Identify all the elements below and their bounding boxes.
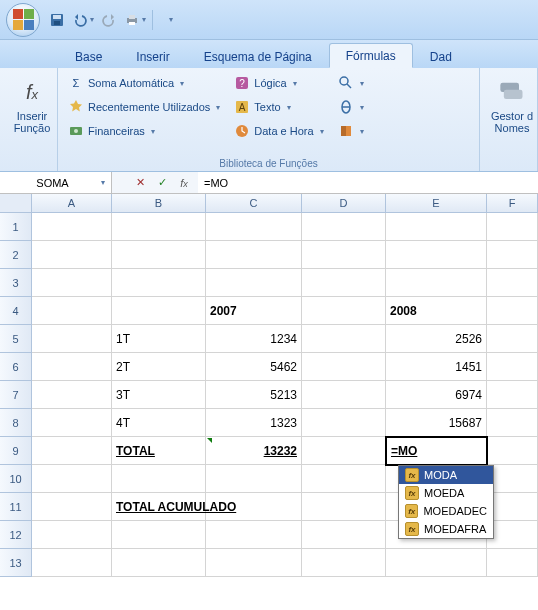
row-header[interactable]: 13: [0, 549, 32, 577]
recent-button[interactable]: Recentemente Utilizados ▾: [64, 96, 224, 118]
accept-formula-button[interactable]: ✓: [151, 173, 173, 193]
save-button[interactable]: [46, 9, 68, 31]
cell[interactable]: [206, 521, 302, 549]
cell[interactable]: [487, 493, 538, 521]
row-header[interactable]: 8: [0, 409, 32, 437]
cell[interactable]: [487, 521, 538, 549]
fx-button[interactable]: fx: [173, 173, 195, 193]
cell[interactable]: [487, 213, 538, 241]
cell[interactable]: [487, 465, 538, 493]
tab-formulas[interactable]: Fórmulas: [329, 43, 413, 68]
math-button[interactable]: ▾: [334, 96, 368, 118]
select-all-button[interactable]: [0, 194, 32, 213]
cell[interactable]: [206, 213, 302, 241]
cell[interactable]: [32, 241, 112, 269]
row-header[interactable]: 10: [0, 465, 32, 493]
quick-print-button[interactable]: ▾: [124, 9, 146, 31]
cell[interactable]: [32, 213, 112, 241]
cell[interactable]: 1451: [386, 353, 487, 381]
cell[interactable]: [386, 269, 487, 297]
cell[interactable]: [32, 437, 112, 465]
cell[interactable]: [302, 353, 386, 381]
cell[interactable]: [206, 549, 302, 577]
cell[interactable]: [487, 549, 538, 577]
cell[interactable]: [302, 409, 386, 437]
cell[interactable]: TOTAL ACUMULADO: [112, 493, 206, 521]
cell[interactable]: [302, 437, 386, 465]
autocomplete-item[interactable]: fxMODA: [399, 466, 493, 484]
column-header[interactable]: F: [487, 194, 538, 213]
cell[interactable]: [302, 549, 386, 577]
cell[interactable]: [487, 437, 538, 465]
name-manager-button[interactable]: Gestor dNomes: [486, 72, 538, 142]
cell[interactable]: [487, 241, 538, 269]
cell[interactable]: [487, 325, 538, 353]
formula-input[interactable]: [198, 172, 538, 193]
cell[interactable]: [206, 269, 302, 297]
cell[interactable]: [32, 269, 112, 297]
cell[interactable]: TOTAL: [112, 437, 206, 465]
row-header[interactable]: 1: [0, 213, 32, 241]
undo-button[interactable]: ▾: [72, 9, 94, 31]
cell[interactable]: [302, 325, 386, 353]
cell[interactable]: [112, 213, 206, 241]
row-header[interactable]: 7: [0, 381, 32, 409]
cell[interactable]: 3T: [112, 381, 206, 409]
cell[interactable]: 2526: [386, 325, 487, 353]
cell[interactable]: [112, 241, 206, 269]
lookup-button[interactable]: ▾: [334, 72, 368, 94]
cell[interactable]: [487, 409, 538, 437]
cell[interactable]: [302, 465, 386, 493]
cell[interactable]: [487, 381, 538, 409]
office-button[interactable]: [6, 3, 40, 37]
cell[interactable]: 1234: [206, 325, 302, 353]
cell[interactable]: 1T: [112, 325, 206, 353]
cell[interactable]: [386, 549, 487, 577]
insert-function-button[interactable]: fx InserirFunção: [6, 72, 58, 142]
cell[interactable]: 2008: [386, 297, 487, 325]
cell[interactable]: [302, 381, 386, 409]
cell[interactable]: 15687: [386, 409, 487, 437]
cell[interactable]: [302, 493, 386, 521]
column-header[interactable]: A: [32, 194, 112, 213]
cell[interactable]: [302, 241, 386, 269]
cell[interactable]: [302, 269, 386, 297]
cell[interactable]: [32, 521, 112, 549]
tab-base[interactable]: Base: [58, 44, 119, 68]
tab-inserir[interactable]: Inserir: [119, 44, 186, 68]
cell[interactable]: [112, 297, 206, 325]
cell[interactable]: [487, 269, 538, 297]
column-header[interactable]: B: [112, 194, 206, 213]
tab-esquema[interactable]: Esquema de Página: [187, 44, 329, 68]
datetime-button[interactable]: Data e Hora ▾: [230, 120, 327, 142]
cell[interactable]: [112, 465, 206, 493]
cell[interactable]: 13232: [206, 437, 302, 465]
cell[interactable]: [112, 521, 206, 549]
cell[interactable]: 2007: [206, 297, 302, 325]
row-header[interactable]: 12: [0, 521, 32, 549]
row-header[interactable]: 2: [0, 241, 32, 269]
cell[interactable]: 2T: [112, 353, 206, 381]
cell[interactable]: [112, 549, 206, 577]
cell[interactable]: [32, 549, 112, 577]
cell[interactable]: [487, 353, 538, 381]
cell[interactable]: [32, 465, 112, 493]
logical-button[interactable]: ? Lógica ▾: [230, 72, 327, 94]
cell[interactable]: [302, 213, 386, 241]
cell[interactable]: [487, 297, 538, 325]
cell[interactable]: [206, 493, 302, 521]
redo-button[interactable]: [98, 9, 120, 31]
cell[interactable]: [32, 493, 112, 521]
tab-dados[interactable]: Dad: [413, 44, 469, 68]
row-header[interactable]: 11: [0, 493, 32, 521]
text-button[interactable]: A Texto ▾: [230, 96, 327, 118]
autocomplete-item[interactable]: fxMOEDA: [399, 484, 493, 502]
name-box[interactable]: SOMA ▾: [0, 172, 112, 193]
cell[interactable]: 5462: [206, 353, 302, 381]
row-header[interactable]: 5: [0, 325, 32, 353]
cancel-formula-button[interactable]: ✕: [129, 173, 151, 193]
cell[interactable]: [386, 213, 487, 241]
cell[interactable]: [32, 325, 112, 353]
cell[interactable]: [206, 241, 302, 269]
autosum-button[interactable]: Σ Soma Automática ▾: [64, 72, 224, 94]
